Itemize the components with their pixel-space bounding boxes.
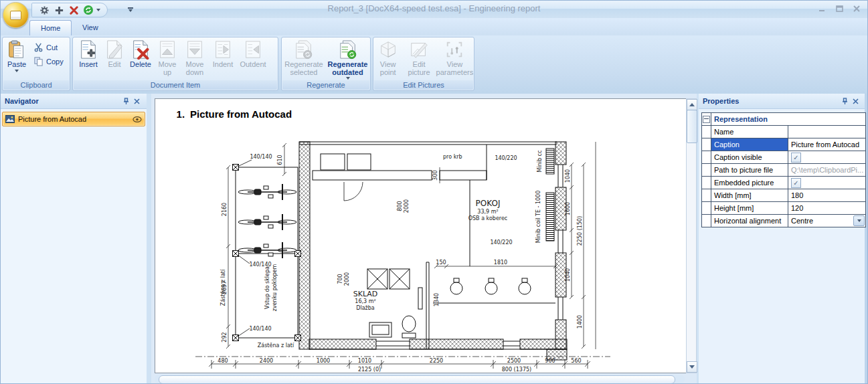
dim: 2160 — [222, 203, 228, 216]
regenerate-dropdown-caret-icon — [346, 77, 350, 80]
label-pro-krb: pro krb — [443, 154, 462, 160]
tab-home[interactable]: Home — [29, 20, 72, 36]
navigator-body: Picture from Autocad — [1, 109, 147, 384]
edit-picture-button: Edit picture — [404, 37, 433, 81]
outdent-button: Outdent — [237, 37, 269, 81]
group-label-document-item: Document Item — [74, 80, 277, 90]
navigator-panel: Navigator Picture from Autocad — [1, 94, 147, 384]
view-point-button: View point — [373, 37, 402, 81]
regenerate-outdated-button[interactable]: Regenerate outdated — [327, 37, 369, 81]
dim: 560 — [571, 358, 581, 364]
pin-icon[interactable] — [121, 96, 132, 106]
bikes — [238, 184, 296, 258]
window-title: Report_3 [DocX64-speed test.esa] - Engin… — [1, 3, 867, 13]
property-grid: Representation Name Caption Picture from… — [701, 112, 866, 227]
dim: 2657 — [222, 281, 228, 294]
regenerate-selected-button: Regenerate selected — [283, 37, 325, 81]
collapse-icon[interactable] — [703, 116, 710, 123]
room-pokoj-area: 33,9 m² — [477, 209, 498, 215]
vertical-scrollbar[interactable] — [686, 98, 697, 373]
delete-icon — [131, 39, 151, 60]
dim: 1400 — [577, 315, 583, 328]
regenerate-selected-icon — [294, 39, 314, 60]
edit-picture-icon — [409, 39, 429, 60]
dim: 1000 — [316, 358, 329, 364]
checkbox-checked[interactable]: ✓ — [791, 153, 801, 163]
dim: 2000 — [344, 272, 350, 286]
close-panel-icon[interactable] — [132, 96, 143, 106]
property-row-embedded[interactable]: Embedded picture ✓ — [702, 177, 865, 189]
property-row-path[interactable]: Path to picture file Q:\temp\ClipboardPi… — [702, 164, 865, 177]
dim: 1340 — [434, 293, 440, 306]
group-document-item: Insert Edit Delete Move up Move down — [72, 37, 278, 91]
dim: 300 — [432, 170, 438, 180]
value-caption: Picture from Autocad — [791, 140, 859, 149]
paste-button[interactable]: Paste — [3, 37, 31, 81]
value-alignment: Centre — [791, 217, 813, 225]
copy-button[interactable]: Copy — [31, 54, 66, 68]
dim: 700 — [337, 274, 343, 284]
checkbox-checked[interactable]: ✓ — [791, 178, 801, 188]
arrow-up-icon — [689, 103, 695, 106]
properties-title: Properties — [703, 97, 739, 105]
document-page[interactable]: 1.Picture from Autocad — [155, 98, 687, 373]
close-panel-icon[interactable] — [850, 96, 861, 106]
properties-panel: Properties Representation Name Caption — [699, 94, 867, 384]
navigator-item-picture-from-autocad[interactable]: Picture from Autocad — [2, 112, 145, 126]
group-clipboard: Paste Cut Copy Clipboard — [2, 37, 70, 91]
property-row-caption[interactable]: Caption Picture from Autocad — [702, 138, 865, 151]
group-label-regenerate: Regenerate — [282, 80, 369, 90]
dim: 900 — [545, 358, 555, 364]
properties-header: Properties — [699, 94, 865, 109]
document-area: 1.Picture from Autocad — [151, 94, 697, 384]
dim: 800 (1375) — [501, 367, 531, 373]
insert-icon — [78, 39, 98, 60]
property-row-name[interactable]: Name — [702, 126, 865, 138]
delete-button[interactable]: Delete — [127, 37, 154, 81]
minimize-button[interactable] — [815, 3, 829, 14]
property-row-horizontal-alignment[interactable]: Horizontal alignment Centre — [702, 215, 865, 227]
indent-icon — [213, 39, 233, 60]
alignment-dropdown-button[interactable] — [853, 215, 865, 226]
view-point-icon — [378, 39, 398, 60]
horizontal-scrollbar[interactable] — [155, 375, 685, 383]
ribbon-tab-strip: Home View — [1, 18, 867, 35]
close-button[interactable] — [850, 3, 863, 14]
property-row-width[interactable]: Width [mm] 180 — [702, 189, 865, 202]
picture-icon — [5, 115, 15, 123]
dim: 2500 — [507, 358, 520, 364]
property-row-height[interactable]: Height [mm] 120 — [702, 202, 865, 215]
insert-button[interactable]: Insert — [75, 37, 102, 81]
label-minib-coil: Minib coil TE - 1000 — [535, 191, 541, 244]
eye-icon[interactable] — [133, 116, 142, 122]
horizontal-scroll-thumb[interactable] — [159, 375, 675, 384]
floor-plan-drawing: POKOJ 33,9 m² OSB a koberec SKLAD 16,3 m… — [155, 99, 686, 373]
dim: 1040 — [565, 169, 571, 183]
property-row-caption-visible[interactable]: Caption visible ✓ — [702, 151, 865, 164]
edit-icon — [104, 39, 124, 60]
pin-icon[interactable] — [839, 96, 850, 106]
tab-view[interactable]: View — [72, 20, 109, 35]
dim: 2250 — [429, 358, 442, 364]
maximize-button[interactable] — [833, 3, 846, 14]
app-window: Report_3 [DocX64-speed test.esa] - Engin… — [0, 0, 868, 384]
edit-button: Edit — [102, 37, 127, 81]
dim: 480 — [218, 358, 228, 364]
value-width: 180 — [791, 191, 803, 199]
scroll-down-button[interactable] — [687, 361, 697, 373]
arrow-down-icon — [689, 365, 695, 369]
group-edit-pictures: View point Edit picture View parameters … — [373, 37, 474, 91]
ribbon: Paste Cut Copy Clipboard — [1, 35, 867, 94]
office-button[interactable] — [3, 2, 29, 28]
splitter-left[interactable] — [147, 94, 151, 384]
view-parameters-icon — [444, 39, 464, 60]
property-group-representation[interactable]: Representation — [702, 113, 865, 126]
room-pokoj-floor: OSB a koberec — [468, 215, 507, 221]
paste-icon — [7, 39, 27, 60]
group-label-clipboard: Clipboard — [3, 80, 69, 90]
scroll-up-button[interactable] — [687, 99, 697, 110]
cut-button[interactable]: Cut — [31, 40, 66, 54]
main-area: Navigator Picture from Autocad 1.Picture… — [1, 94, 867, 384]
label-door-mid: 140/220 — [490, 239, 512, 246]
vertical-scroll-thumb[interactable] — [687, 110, 697, 143]
